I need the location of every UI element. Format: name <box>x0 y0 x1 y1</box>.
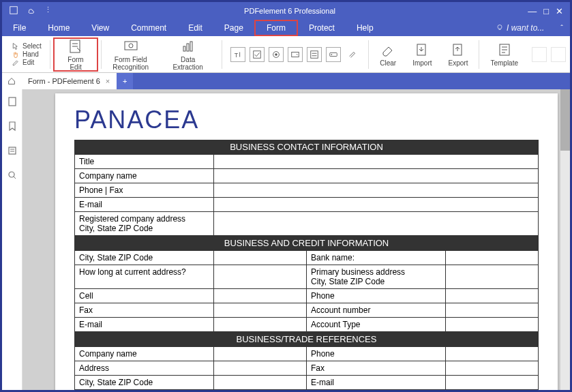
field-value[interactable] <box>214 183 539 198</box>
svg-point-11 <box>275 53 277 56</box>
minimize-button[interactable]: — <box>528 7 537 16</box>
table-row: Title <box>75 155 539 169</box>
field-value[interactable] <box>446 265 539 289</box>
title-bar: ⋮ PDFelement 6 Professional — □ ✕ <box>2 2 570 20</box>
combobox-tool[interactable] <box>288 47 303 62</box>
listbox-tool[interactable] <box>307 47 322 62</box>
text-field-tool[interactable]: T <box>230 47 245 62</box>
signature-tool[interactable] <box>345 47 360 62</box>
left-sidebar <box>2 89 22 390</box>
window-title: PDFelement 6 Professional <box>59 7 521 15</box>
field-label: Primary business address City, State ZIP… <box>307 265 446 289</box>
menu-protect[interactable]: Protect <box>298 20 346 36</box>
field-label: Type of account <box>75 390 214 391</box>
clear-button[interactable]: Clear <box>372 37 404 72</box>
button-tool[interactable] <box>326 47 341 62</box>
form-field-recognition-label: Form Field Recognition <box>112 56 149 71</box>
radio-tool[interactable] <box>269 47 284 62</box>
field-label: Cell <box>75 289 214 303</box>
attachments-icon[interactable] <box>7 145 18 159</box>
section-header: BUSINESS/TRADE REFERENCES <box>74 332 539 346</box>
field-label: City, State ZIP Code <box>75 251 214 265</box>
import-button[interactable]: Import <box>404 37 440 72</box>
form-edit-button[interactable]: Form Edit <box>53 37 99 72</box>
search-icon[interactable] <box>7 170 18 183</box>
svg-rect-7 <box>190 42 192 51</box>
form-field-recognition-button[interactable]: Form Field Recognition <box>104 37 157 72</box>
home-tab[interactable] <box>2 73 21 89</box>
field-value[interactable] <box>214 303 307 318</box>
field-label: Fax <box>75 303 214 318</box>
field-value[interactable] <box>446 289 539 303</box>
bookmarks-icon[interactable] <box>7 121 18 134</box>
field-value[interactable] <box>214 169 539 183</box>
document-tab-title: Form - PDFelement 6 <box>28 77 100 85</box>
field-value[interactable] <box>214 251 307 265</box>
svg-rect-5 <box>183 46 185 51</box>
field-value[interactable] <box>446 390 539 391</box>
svg-rect-0 <box>10 7 18 14</box>
import-icon <box>414 42 430 58</box>
field-label: Address <box>75 361 214 376</box>
field-value[interactable] <box>446 361 539 376</box>
vertical-scrollbar[interactable] <box>560 89 570 390</box>
field-value[interactable] <box>446 376 539 390</box>
field-value[interactable] <box>214 376 307 390</box>
cloud-icon[interactable] <box>27 5 36 16</box>
export-label: Export <box>449 59 468 67</box>
svg-text:T: T <box>235 51 239 58</box>
field-value[interactable] <box>214 265 307 289</box>
edit-tool[interactable]: Edit <box>12 59 42 67</box>
menu-file[interactable]: File <box>2 20 37 36</box>
document-tab[interactable]: Form - PDFelement 6 × <box>21 73 117 89</box>
i-want-to[interactable]: I want to... <box>486 23 554 33</box>
menu-form[interactable]: Form <box>254 20 298 36</box>
data-extraction-icon <box>180 38 196 55</box>
field-value[interactable] <box>446 318 539 332</box>
table-row: E-mailAccount Type <box>75 318 539 332</box>
field-value[interactable] <box>214 212 539 236</box>
field-value[interactable] <box>446 303 539 318</box>
template-button[interactable]: Template <box>482 37 526 72</box>
table-row: City, State ZIP CodeBank name: <box>75 251 539 265</box>
app-logo-icon <box>9 5 18 16</box>
select-tool[interactable]: Select <box>12 42 42 50</box>
field-value[interactable] <box>446 347 539 361</box>
data-extraction-button[interactable]: Data Extraction <box>157 37 219 72</box>
field-label: Phone | Fax <box>75 183 214 198</box>
menu-bar: File Home View Comment Edit Page Form Pr… <box>2 20 570 36</box>
menu-help[interactable]: Help <box>346 20 385 36</box>
menu-edit[interactable]: Edit <box>177 20 213 36</box>
form-table: Company namePhoneAddressFaxCity, State Z… <box>74 346 539 390</box>
field-value[interactable] <box>214 390 307 391</box>
menu-home[interactable]: Home <box>37 20 80 36</box>
field-value[interactable] <box>214 347 307 361</box>
close-tab-button[interactable]: × <box>106 77 110 85</box>
field-value[interactable] <box>446 251 539 265</box>
thumbnails-icon[interactable] <box>7 96 18 110</box>
field-value[interactable] <box>214 361 307 376</box>
close-window-button[interactable]: ✕ <box>556 7 563 16</box>
maximize-button[interactable]: □ <box>543 7 549 16</box>
disabled-tool-2 <box>551 47 566 62</box>
checkbox-tool[interactable] <box>250 47 265 62</box>
field-value[interactable] <box>214 289 307 303</box>
menu-view[interactable]: View <box>80 20 120 36</box>
hand-tool[interactable]: Hand <box>12 50 42 59</box>
document-viewport[interactable]: PANACEA BUSINESS CONTACT INFORMATIONTitl… <box>22 89 570 390</box>
export-button[interactable]: Export <box>440 37 477 72</box>
field-label: E-mail <box>75 318 214 332</box>
table-row: AddressFax <box>75 361 539 376</box>
menu-comment[interactable]: Comment <box>120 20 177 36</box>
menu-page[interactable]: Page <box>213 20 254 36</box>
titlebar-divider: ⋮ <box>44 5 52 16</box>
table-row: How long at current address?Primary busi… <box>75 265 539 289</box>
field-value[interactable] <box>214 198 539 212</box>
field-value[interactable] <box>214 155 539 169</box>
collapse-ribbon-button[interactable]: ˆ <box>554 24 570 32</box>
form-table: TitleCompany namePhone | FaxE-mailRegist… <box>74 154 539 236</box>
new-tab-button[interactable]: + <box>117 73 133 89</box>
field-value[interactable] <box>214 318 307 332</box>
template-icon <box>496 42 513 58</box>
pdf-page: PANACEA BUSINESS CONTACT INFORMATIONTitl… <box>55 93 558 390</box>
